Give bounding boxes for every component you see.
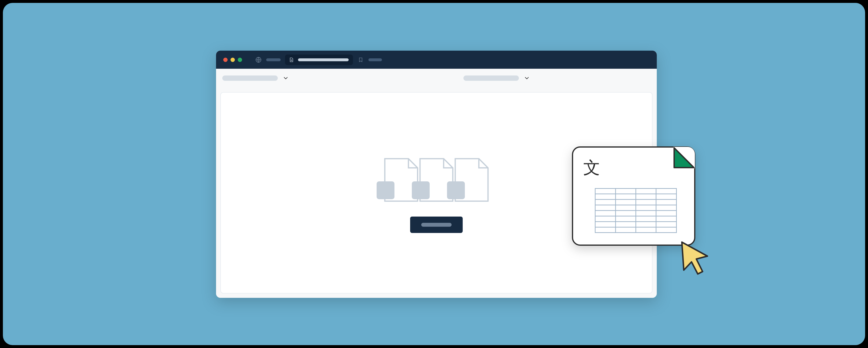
address-bar[interactable] bbox=[285, 55, 353, 65]
spreadsheet-document-card[interactable]: 文 bbox=[572, 147, 695, 246]
dropdown-label-placeholder bbox=[463, 75, 519, 81]
button-label-placeholder bbox=[421, 223, 452, 227]
toolbar-dropdown-2[interactable] bbox=[463, 75, 530, 81]
document-placeholder-row bbox=[383, 157, 490, 202]
chevron-down-icon bbox=[524, 75, 530, 81]
cursor-pointer-icon bbox=[679, 239, 713, 276]
page-fold-icon bbox=[673, 147, 695, 168]
dropdown-label-placeholder bbox=[222, 75, 278, 81]
maximize-window-dot[interactable] bbox=[238, 58, 242, 62]
document-thumbnail bbox=[412, 181, 430, 199]
toolbar-dropdown-1[interactable] bbox=[222, 75, 289, 81]
document-thumbnail bbox=[377, 181, 395, 199]
window-traffic-lights bbox=[223, 58, 242, 62]
document-icon bbox=[288, 57, 294, 63]
document-placeholder-icon bbox=[454, 157, 490, 202]
titlebar-placeholder-2 bbox=[368, 58, 382, 61]
chevron-down-icon bbox=[283, 75, 289, 81]
primary-action-button[interactable] bbox=[410, 217, 463, 233]
app-toolbar bbox=[216, 69, 657, 88]
document-thumbnail bbox=[447, 181, 465, 199]
browser-titlebar bbox=[216, 51, 657, 69]
minimize-window-dot[interactable] bbox=[230, 58, 235, 62]
close-window-dot[interactable] bbox=[223, 58, 227, 62]
url-placeholder bbox=[298, 58, 349, 61]
spreadsheet-grid-icon bbox=[595, 188, 677, 233]
illustration-canvas: 文 bbox=[3, 3, 865, 345]
bookmark-icon[interactable] bbox=[357, 57, 364, 63]
titlebar-placeholder bbox=[266, 58, 281, 61]
globe-icon bbox=[255, 57, 262, 63]
translation-glyph: 文 bbox=[583, 159, 600, 176]
